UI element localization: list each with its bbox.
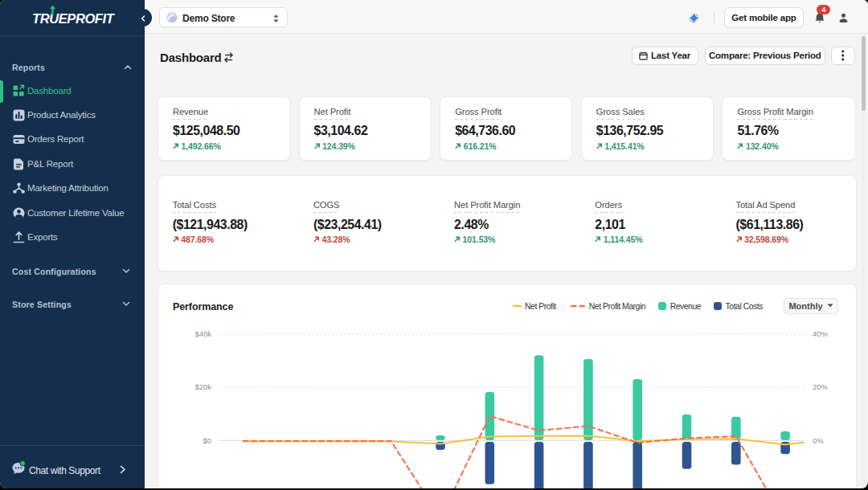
svg-text:$0: $0 xyxy=(203,436,211,445)
svg-text:20%: 20% xyxy=(813,382,829,391)
svg-text:$20k: $20k xyxy=(194,382,211,391)
svg-text:40%: 40% xyxy=(813,329,829,338)
svg-text:$40k: $40k xyxy=(194,329,211,338)
svg-text:0%: 0% xyxy=(813,436,824,445)
